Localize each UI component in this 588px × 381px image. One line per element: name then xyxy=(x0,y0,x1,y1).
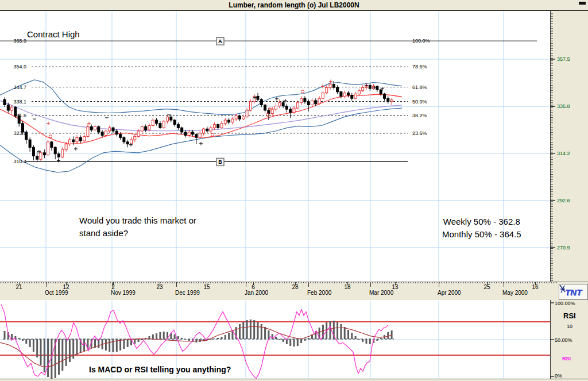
svg-text:B: B xyxy=(218,159,222,165)
bollinger-upper-band xyxy=(0,80,402,115)
fib-percent-label: 38.2% xyxy=(412,113,427,118)
pattern-markers xyxy=(33,80,384,163)
tnt-logo-swoosh-icon xyxy=(559,284,566,294)
price-level-label: 323.5 xyxy=(13,130,26,136)
weekly-level-label: Weekly 50% - 362.8 xyxy=(442,215,521,228)
price-level-label: 310.4 xyxy=(13,159,26,164)
monthly-level-label: Monthly 50% - 364.5 xyxy=(442,228,521,241)
tnt-logo: TNT xyxy=(559,284,588,300)
fib-percent-label: 50.0% xyxy=(412,99,427,105)
trade-question-line2: stand aside? xyxy=(79,227,196,240)
price-axis-ticks xyxy=(551,14,555,376)
price-axis-label: 357.5 xyxy=(557,56,570,62)
svg-text:A: A xyxy=(218,39,222,44)
tnt-logo-text: TNT xyxy=(565,287,582,297)
price-axis-label: 335.8 xyxy=(557,103,570,109)
fib-percent-label: 100.0% xyxy=(412,38,430,44)
fib-percent-label: 78.6% xyxy=(412,64,427,70)
price-level-label: 365.9 xyxy=(13,38,26,44)
fib-percent-label: 61.8% xyxy=(412,84,427,90)
indicator-scale-label: RSI xyxy=(563,311,576,320)
indicator-scale-label: 10 xyxy=(567,324,572,329)
indicator-scale-label: 50.00% xyxy=(555,337,572,343)
indicator-question-annotation: Is MACD or RSI telling you anything? xyxy=(89,365,231,374)
chart-canvas: AB xyxy=(0,0,588,381)
price-level-label: 354.0 xyxy=(13,64,26,70)
trade-question-annotation: Would you trade this market or stand asi… xyxy=(79,214,196,240)
indicator-scale-label: RSI xyxy=(562,356,571,361)
indicator-scale-label: 100.00% xyxy=(555,301,575,306)
line-marker-B: B xyxy=(216,158,224,166)
fib-percent-label: 23.6% xyxy=(412,130,427,136)
price-axis-label: 270.9 xyxy=(557,245,570,251)
price-level-label: 331.6 xyxy=(13,113,26,118)
retracement-levels-annotation: Weekly 50% - 362.8 Monthly 50% - 364.5 xyxy=(442,215,521,241)
line-marker-A: A xyxy=(216,37,224,45)
contract-high-label: Contract High xyxy=(27,29,80,39)
price-axis-label: 292.6 xyxy=(557,198,570,203)
price-level-label: 344.7 xyxy=(13,84,26,90)
trade-question-line1: Would you trade this market or xyxy=(79,214,196,227)
indicator-scale-label: 0% xyxy=(555,373,562,379)
price-level-label: 338.1 xyxy=(13,99,26,105)
price-axis-label: 314.2 xyxy=(557,151,570,156)
chart-application-window: Lumber, random length (o) Jul LB2000N 21… xyxy=(0,0,588,381)
bollinger-lower-band xyxy=(0,108,402,172)
candlestick-series xyxy=(3,81,393,161)
